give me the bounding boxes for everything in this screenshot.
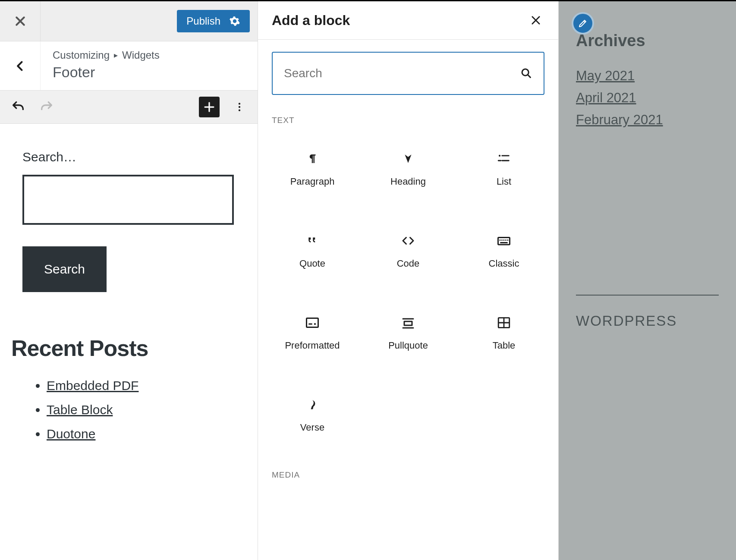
block-label: List xyxy=(497,176,511,187)
footer-divider xyxy=(576,295,719,296)
chevron-left-icon xyxy=(14,60,26,72)
archive-link[interactable]: May 2021 xyxy=(576,68,635,83)
block-heading[interactable]: Heading xyxy=(362,130,454,208)
block-label: Code xyxy=(397,258,420,269)
search-widget-label: Search… xyxy=(22,150,247,164)
block-preformatted[interactable]: Preformatted xyxy=(267,294,358,372)
breadcrumb: Customizing ▸ Widgets xyxy=(53,49,245,61)
svg-point-2 xyxy=(239,109,240,111)
publish-label: Publish xyxy=(186,15,220,27)
archive-link[interactable]: February 2021 xyxy=(576,112,663,127)
recent-post-link[interactable]: Table Block xyxy=(47,403,113,417)
svg-rect-8 xyxy=(498,238,510,245)
code-icon xyxy=(400,233,416,249)
breadcrumb-section: Widgets xyxy=(122,49,160,61)
block-category-label: MEDIA xyxy=(258,454,558,485)
recent-posts-heading: Recent Posts xyxy=(11,335,247,361)
search-widget-input[interactable] xyxy=(22,175,234,225)
inserter-close-button[interactable] xyxy=(527,12,544,29)
publish-button[interactable]: Publish xyxy=(177,10,250,32)
more-options-button[interactable] xyxy=(231,97,248,117)
block-search-input[interactable] xyxy=(284,66,520,80)
paragraph-icon xyxy=(305,151,320,167)
block-label: Table xyxy=(493,340,516,351)
block-label: Classic xyxy=(489,258,519,269)
close-icon xyxy=(14,15,27,28)
pullquote-icon xyxy=(400,315,416,330)
block-classic[interactable]: Classic xyxy=(458,212,550,290)
footer-site-title: WORDPRESS xyxy=(576,313,719,329)
block-label: Paragraph xyxy=(290,176,335,187)
breadcrumb-separator: ▸ xyxy=(114,50,118,60)
block-quote[interactable]: Quote xyxy=(267,212,358,290)
block-table[interactable]: Table xyxy=(458,294,550,372)
block-label: Quote xyxy=(299,258,325,269)
breadcrumb-root: Customizing xyxy=(53,49,110,61)
gear-icon xyxy=(229,16,240,27)
recent-post-item: Duotone xyxy=(47,427,247,441)
more-vertical-icon xyxy=(234,101,245,113)
recent-post-link[interactable]: Embedded PDF xyxy=(47,378,138,393)
svg-point-1 xyxy=(239,106,240,108)
archive-link[interactable]: April 2021 xyxy=(576,90,636,105)
block-label: Verse xyxy=(300,422,324,433)
recent-post-item: Embedded PDF xyxy=(47,378,247,393)
table-icon xyxy=(496,315,512,330)
redo-icon xyxy=(39,100,54,114)
search-widget-button[interactable]: Search xyxy=(22,246,107,292)
inserter-title: Add a block xyxy=(272,13,350,28)
block-search-field[interactable] xyxy=(272,52,544,95)
recent-post-link[interactable]: Duotone xyxy=(47,427,95,441)
block-pullquote[interactable]: Pullquote xyxy=(362,294,454,372)
svg-rect-19 xyxy=(404,321,412,325)
add-block-button[interactable] xyxy=(199,97,220,117)
back-button[interactable] xyxy=(12,57,29,75)
svg-point-17 xyxy=(315,324,315,324)
quote-icon xyxy=(305,233,320,249)
block-list[interactable]: List xyxy=(458,130,550,208)
block-verse[interactable]: Verse xyxy=(267,376,358,454)
block-category-label: TEXT xyxy=(258,99,558,130)
list-icon xyxy=(496,151,512,167)
recent-post-item: Table Block xyxy=(47,403,247,417)
svg-point-6 xyxy=(499,155,500,157)
panel-title: Footer xyxy=(53,64,245,81)
edit-shortcut-button[interactable] xyxy=(572,12,594,35)
pencil-icon xyxy=(578,18,588,28)
block-paragraph[interactable]: Paragraph xyxy=(267,130,358,208)
block-label: Heading xyxy=(390,176,426,187)
archives-heading: Archives xyxy=(576,31,719,50)
undo-button[interactable] xyxy=(9,98,27,116)
classic-icon xyxy=(496,233,512,249)
search-icon xyxy=(520,67,532,79)
undo-icon xyxy=(11,100,25,114)
close-icon xyxy=(530,14,542,26)
block-code[interactable]: Code xyxy=(362,212,454,290)
svg-rect-15 xyxy=(307,318,318,327)
verse-icon xyxy=(305,397,320,412)
block-label: Preformatted xyxy=(285,340,340,351)
heading-icon xyxy=(400,151,416,167)
redo-button[interactable] xyxy=(38,98,55,116)
preformatted-icon xyxy=(305,315,320,330)
svg-point-0 xyxy=(239,103,240,104)
block-label: Pullquote xyxy=(388,340,428,351)
close-customizer-button[interactable] xyxy=(12,13,29,30)
plus-icon xyxy=(203,101,216,113)
